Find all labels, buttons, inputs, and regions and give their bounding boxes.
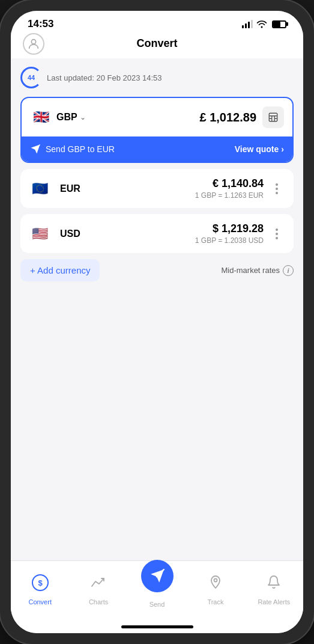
nav-item-rate-alerts[interactable]: Rate Alerts: [245, 567, 303, 606]
add-currency-label: + Add currency: [30, 265, 90, 275]
base-currency-card: 🇬🇧 GBP ⌄ £ 1,012.89: [20, 97, 294, 163]
last-updated-text: Last updated: 20 Feb 2023 14:53: [47, 73, 162, 82]
page-title: Convert: [136, 37, 177, 50]
charts-icon: [85, 569, 112, 596]
add-currency-button[interactable]: + Add currency: [20, 259, 100, 281]
convert-icon: $: [27, 569, 53, 596]
svg-rect-1: [269, 113, 277, 121]
app-header: Convert: [11, 32, 303, 58]
usd-code: USD: [60, 228, 80, 239]
view-quote-button[interactable]: View quote ›: [235, 144, 284, 154]
phone-screen: 14:53: [11, 11, 303, 633]
usd-rate: 1 GBP = 1.2038 USD: [195, 236, 264, 245]
track-icon: [202, 569, 229, 596]
chevron-down-icon: ⌄: [80, 113, 86, 121]
track-nav-label: Track: [207, 598, 223, 606]
usd-values: $ 1,219.28 1 GBP = 1.2038 USD: [195, 222, 264, 245]
calculator-button[interactable]: [262, 106, 284, 128]
eur-amount: € 1,140.84: [195, 177, 264, 190]
battery-icon: [272, 20, 286, 28]
rate-alerts-nav-label: Rate Alerts: [258, 598, 290, 606]
send-label: Send GBP to EUR: [46, 144, 115, 154]
phone-shell: 14:53: [0, 0, 314, 644]
eur-values: € 1,140.84 1 GBP = 1.1263 EUR: [195, 177, 264, 200]
mid-market-label: Mid-market rates: [221, 266, 280, 275]
status-time: 14:53: [28, 18, 53, 30]
base-currency-code: GBP: [56, 112, 77, 123]
eur-code: EUR: [60, 183, 80, 194]
send-nav-label: Send: [149, 601, 165, 608]
signal-icon: [242, 20, 253, 28]
updated-row: 44 Last updated: 20 Feb 2023 14:53: [20, 67, 294, 88]
base-currency-row: 🇬🇧 GBP ⌄ £ 1,012.89: [22, 98, 292, 136]
nav-item-charts[interactable]: Charts: [69, 567, 127, 606]
refresh-icon[interactable]: 44: [20, 67, 42, 88]
nav-item-track[interactable]: Track: [186, 567, 244, 606]
charts-nav-label: Charts: [89, 598, 108, 606]
eur-currency-card: 🇪🇺 EUR € 1,140.84 1 GBP = 1.1263 EUR: [20, 169, 294, 208]
usd-amount: $ 1,219.28: [195, 222, 264, 235]
home-bar: [121, 625, 193, 628]
svg-point-0: [31, 39, 35, 43]
rate-alerts-icon: [261, 569, 287, 596]
nav-item-convert[interactable]: $ Convert: [11, 567, 69, 606]
actions-row: + Add currency Mid-market rates i: [20, 259, 294, 281]
status-icons: [242, 20, 286, 28]
profile-avatar[interactable]: [23, 33, 44, 55]
main-content: 44 Last updated: 20 Feb 2023 14:53 🇬🇧 GB…: [11, 58, 303, 560]
bottom-nav: $ Convert Charts: [11, 560, 303, 620]
eur-flag: 🇪🇺: [29, 178, 50, 200]
wifi-icon: [256, 20, 267, 28]
nav-item-send[interactable]: Send: [128, 567, 186, 608]
svg-text:$: $: [38, 578, 43, 587]
send-nav-icon: [141, 560, 174, 592]
send-plane-icon: [30, 144, 41, 155]
svg-marker-12: [151, 569, 164, 583]
usd-currency-card: 🇺🇸 USD $ 1,219.28 1 GBP = 1.2038 USD: [20, 214, 294, 253]
usd-more-button[interactable]: [268, 228, 285, 239]
eur-rate: 1 GBP = 1.1263 EUR: [195, 191, 264, 200]
convert-nav-label: Convert: [28, 598, 52, 606]
svg-marker-8: [31, 145, 40, 154]
base-currency-amount[interactable]: £ 1,012.89: [199, 111, 256, 124]
mid-market-info: Mid-market rates i: [221, 265, 294, 276]
base-flag: 🇬🇧: [30, 106, 52, 128]
send-strip[interactable]: Send GBP to EUR View quote ›: [22, 136, 292, 162]
currency-selector[interactable]: GBP ⌄: [56, 112, 86, 123]
status-bar: 14:53: [11, 11, 303, 32]
usd-flag: 🇺🇸: [29, 223, 50, 245]
info-icon[interactable]: i: [283, 265, 294, 276]
svg-point-13: [214, 579, 217, 582]
eur-more-button[interactable]: [268, 183, 285, 194]
home-indicator: [11, 620, 303, 633]
